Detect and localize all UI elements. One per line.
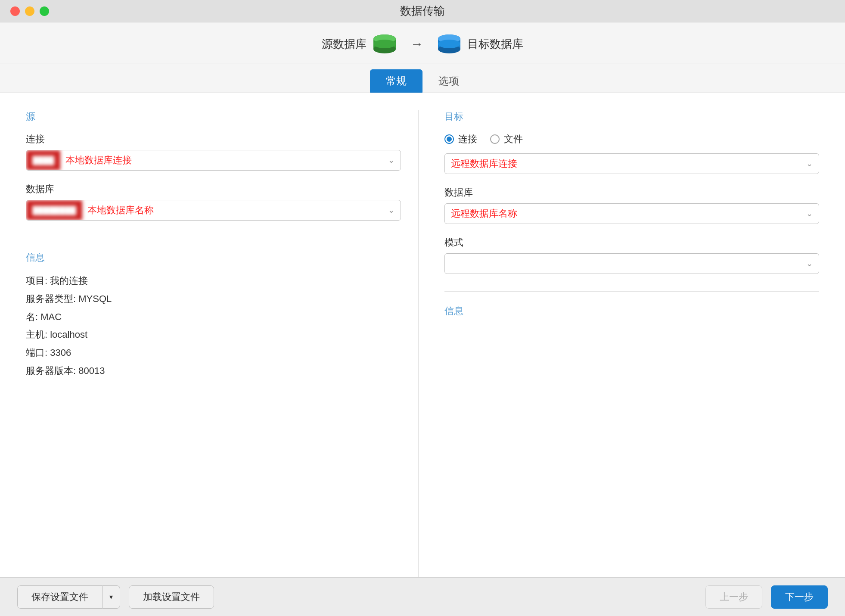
arrow-icon: → bbox=[410, 37, 423, 51]
target-schema-label: 模式 bbox=[444, 236, 820, 249]
target-connection-value: 远程数据库连接 bbox=[451, 157, 517, 170]
target-info-title: 信息 bbox=[444, 305, 820, 317]
source-connection-label: 连接 bbox=[26, 133, 401, 146]
target-connection-wrapper: 远程数据库连接 ⌄ bbox=[444, 153, 820, 174]
source-label: 源数据库 bbox=[322, 37, 367, 52]
radio-connection[interactable]: 连接 bbox=[444, 133, 477, 146]
bottom-bar: 保存设置文件 ▾ 加载设置文件 上一步 下一步 bbox=[0, 577, 845, 616]
source-database-badge: ████████ bbox=[26, 200, 82, 220]
prev-step-button[interactable]: 上一步 bbox=[705, 585, 762, 609]
source-database-chevron-icon: ⌄ bbox=[388, 205, 401, 215]
target-database-label: 数据库 bbox=[444, 186, 820, 199]
target-section-title: 目标 bbox=[444, 110, 820, 123]
bottom-right: 上一步 下一步 bbox=[705, 585, 828, 609]
svg-point-4 bbox=[373, 40, 396, 48]
source-connection-chevron-icon: ⌄ bbox=[388, 156, 401, 165]
info-line-2: 名: MAC bbox=[26, 308, 401, 326]
source-db-icon bbox=[373, 34, 397, 53]
target-database-select[interactable]: 远程数据库名称 ⌄ bbox=[444, 203, 820, 224]
titlebar: 数据传输 bbox=[0, 0, 845, 22]
source-database-label: 数据库 bbox=[26, 183, 401, 196]
top-area: 源数据库 → 目标数据库 bbox=[0, 22, 845, 63]
target-database-wrapper: 远程数据库名称 ⌄ bbox=[444, 203, 820, 224]
info-line-5: 服务器版本: 80013 bbox=[26, 362, 401, 380]
source-connection-value: 本地数据库连接 bbox=[60, 154, 388, 167]
minimize-button[interactable] bbox=[25, 6, 34, 16]
target-database-value: 远程数据库名称 bbox=[451, 207, 517, 220]
target-schema-chevron-icon: ⌄ bbox=[806, 259, 813, 268]
columns: 源 连接 ████ 本地数据库连接 ⌄ 数据库 ████████ 本地数据库名称… bbox=[26, 110, 819, 577]
source-info-title: 信息 bbox=[26, 251, 401, 264]
tab-options[interactable]: 选项 bbox=[422, 69, 475, 93]
source-section-title: 源 bbox=[26, 110, 401, 123]
source-divider bbox=[26, 238, 401, 238]
radio-connection-label: 连接 bbox=[458, 133, 477, 146]
target-schema-select[interactable]: ⌄ bbox=[444, 253, 820, 274]
source-connection-badge: ████ bbox=[26, 150, 60, 170]
save-config-button[interactable]: 保存设置文件 bbox=[17, 585, 103, 609]
info-line-4: 端口: 3306 bbox=[26, 344, 401, 362]
radio-file-label: 文件 bbox=[504, 133, 523, 146]
source-info-text: 项目: 我的连接 服务器类型: MYSQL 名: MAC 主机: localho… bbox=[26, 272, 401, 380]
save-config-dropdown-button[interactable]: ▾ bbox=[103, 585, 120, 609]
target-divider bbox=[444, 291, 820, 292]
info-line-0: 项目: 我的连接 bbox=[26, 272, 401, 290]
target-radio-group: 连接 文件 bbox=[444, 133, 820, 146]
info-line-1: 服务器类型: MYSQL bbox=[26, 290, 401, 308]
bottom-left: 保存设置文件 ▾ 加载设置文件 bbox=[17, 585, 214, 609]
next-step-button[interactable]: 下一步 bbox=[771, 585, 828, 609]
main-content: 源 连接 ████ 本地数据库连接 ⌄ 数据库 ████████ 本地数据库名称… bbox=[0, 93, 845, 577]
window-title: 数据传输 bbox=[400, 3, 445, 19]
source-info-section: 信息 项目: 我的连接 服务器类型: MYSQL 名: MAC 主机: loca… bbox=[26, 251, 401, 380]
close-button[interactable] bbox=[10, 6, 20, 16]
radio-file-dot bbox=[490, 134, 500, 144]
source-database-select[interactable]: ████████ 本地数据库名称 ⌄ bbox=[26, 200, 401, 221]
target-label: 目标数据库 bbox=[467, 37, 523, 52]
radio-connection-dot bbox=[444, 134, 454, 144]
source-column: 源 连接 ████ 本地数据库连接 ⌄ 数据库 ████████ 本地数据库名称… bbox=[26, 110, 419, 577]
target-database-chevron-icon: ⌄ bbox=[806, 209, 813, 218]
source-connection-select[interactable]: ████ 本地数据库连接 ⌄ bbox=[26, 150, 401, 171]
maximize-button[interactable] bbox=[40, 6, 49, 16]
target-connection-select[interactable]: 远程数据库连接 ⌄ bbox=[444, 153, 820, 174]
tab-general[interactable]: 常规 bbox=[370, 69, 422, 93]
target-connection-chevron-icon: ⌄ bbox=[806, 159, 813, 168]
target-block: 目标数据库 bbox=[437, 34, 523, 53]
window-controls bbox=[10, 6, 49, 16]
source-block: 源数据库 bbox=[322, 34, 397, 53]
source-database-value: 本地数据库名称 bbox=[82, 204, 388, 217]
radio-file[interactable]: 文件 bbox=[490, 133, 523, 146]
target-column: 目标 连接 文件 远程数据库连接 ⌄ 数据库 bbox=[419, 110, 820, 577]
target-info-section: 信息 bbox=[444, 305, 820, 317]
target-db-icon bbox=[437, 34, 461, 53]
svg-point-9 bbox=[438, 40, 460, 48]
info-line-3: 主机: localhost bbox=[26, 326, 401, 344]
load-config-button[interactable]: 加载设置文件 bbox=[129, 585, 214, 609]
tab-bar: 常规 选项 bbox=[0, 63, 845, 93]
